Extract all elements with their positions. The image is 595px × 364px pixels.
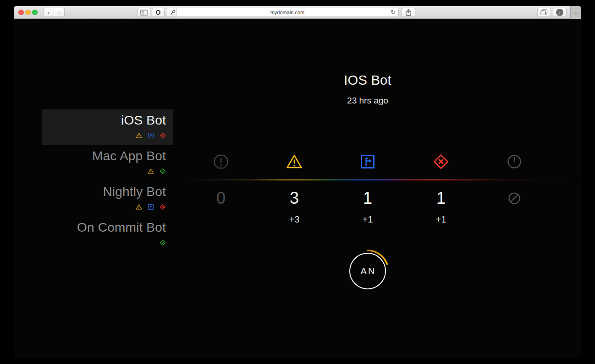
sidebar-item-mac-app-bot[interactable]: Mac App Bot	[42, 145, 173, 181]
back-button[interactable]: ‹	[44, 8, 54, 17]
bot-status-icons	[160, 239, 166, 246]
sidebar-item-on-commit-bot[interactable]: On Commit Bot	[42, 217, 173, 252]
back-icon: ‹	[48, 9, 50, 16]
success-diamond-icon	[160, 168, 166, 174]
bot-status-icons	[136, 204, 166, 210]
url-text: mydomain.com	[270, 10, 305, 15]
extension-o-button[interactable]: O	[152, 8, 165, 17]
issues-count: 0	[184, 189, 258, 207]
stat-deltas-row: +3 +1 +1	[173, 214, 562, 224]
analysis-square-icon	[148, 204, 154, 210]
analysis-square-icon	[359, 153, 376, 170]
sidebar-item-ios-bot[interactable]: iOS Bot	[42, 109, 173, 145]
integration-initials: AN	[340, 244, 395, 299]
duration-clock-icon	[506, 153, 523, 170]
warning-triangle-icon	[136, 132, 142, 139]
duration-delta	[478, 214, 551, 224]
bots-sidebar: iOS Bot Mac App Bot Nightly Bot	[14, 19, 173, 358]
forward-icon: ›	[58, 9, 60, 16]
browser-toolbar: ‹ › O mydomain.com ↻	[14, 6, 581, 19]
bot-status-icons	[136, 132, 166, 139]
warning-triangle-icon	[136, 204, 142, 210]
sidebar-toggle-icon	[140, 10, 148, 16]
minimize-window-button[interactable]	[25, 10, 31, 15]
error-diamond-icon	[433, 153, 449, 170]
analysis-square-icon	[148, 132, 154, 139]
status-spectrum-line	[183, 179, 580, 180]
plus-icon: +	[574, 9, 578, 16]
warning-triangle-icon	[148, 168, 154, 174]
issues-delta	[184, 214, 258, 224]
forward-button[interactable]: ›	[54, 8, 65, 17]
errors-delta: +1	[404, 214, 478, 224]
bot-label: iOS Bot	[121, 112, 166, 129]
download-icon: ↓	[556, 9, 563, 16]
bot-status-icons	[148, 168, 166, 174]
tab-overview-icon	[540, 9, 548, 16]
extension-o-icon: O	[156, 9, 161, 16]
warning-triangle-icon	[286, 153, 303, 170]
errors-count: 1	[404, 189, 478, 207]
reload-icon[interactable]: ↻	[391, 9, 396, 16]
downloads-button[interactable]: ↓	[553, 8, 567, 17]
bot-label: Mac App Bot	[92, 148, 166, 164]
share-icon	[405, 9, 412, 16]
bot-label: On Commit Bot	[77, 219, 166, 236]
duration-value	[478, 189, 551, 207]
stat-icons-row	[173, 153, 562, 170]
bot-title: IOS Bot	[173, 73, 562, 88]
bot-label: Nightly Bot	[103, 184, 166, 200]
bot-list: iOS Bot Mac App Bot Nightly Bot	[14, 109, 173, 252]
close-window-button[interactable]	[18, 10, 24, 15]
integration-progress: AN	[173, 244, 562, 299]
error-diamond-icon	[160, 132, 166, 139]
warnings-count: 3	[258, 189, 331, 207]
success-diamond-icon	[160, 239, 166, 246]
stat-values-row: 0 3 1 1	[173, 189, 562, 207]
new-tab-button[interactable]: +	[570, 6, 581, 19]
sidebar-item-nightly-bot[interactable]: Nightly Bot	[42, 181, 173, 217]
tab-overview-button[interactable]	[537, 8, 551, 17]
address-bar[interactable]: mydomain.com ↻	[176, 8, 399, 17]
analysis-delta: +1	[331, 214, 404, 224]
warnings-delta: +3	[258, 214, 331, 224]
share-button[interactable]	[402, 8, 415, 17]
bot-detail-panel: IOS Bot 23 hrs ago 0 3 1 1	[173, 19, 581, 358]
bots-dashboard: iOS Bot Mac App Bot Nightly Bot	[14, 19, 581, 358]
issues-octagon-icon	[213, 153, 229, 170]
browser-window: ‹ › O mydomain.com ↻	[14, 6, 581, 358]
sidebar-toggle-button[interactable]	[138, 8, 150, 17]
analysis-count: 1	[331, 189, 404, 207]
zoom-window-button[interactable]	[32, 10, 38, 15]
last-integration-time: 23 hrs ago	[173, 96, 562, 106]
error-diamond-icon	[160, 204, 166, 210]
key-icon	[169, 9, 176, 16]
no-data-icon	[507, 191, 522, 206]
